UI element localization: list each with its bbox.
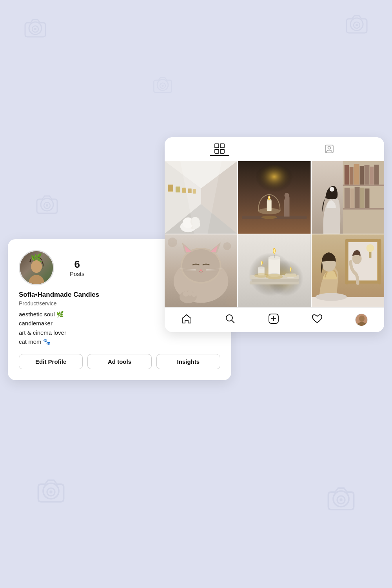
svg-rect-57 <box>349 167 353 185</box>
svg-point-43 <box>251 165 298 204</box>
tab-grid[interactable] <box>210 142 229 156</box>
svg-rect-20 <box>220 144 224 148</box>
svg-point-17 <box>339 498 343 501</box>
svg-rect-64 <box>350 189 354 208</box>
svg-point-18 <box>31 260 42 273</box>
feed-card <box>165 137 384 332</box>
photo-bookshelf[interactable] <box>312 161 384 234</box>
profile-nav-avatar[interactable] <box>355 314 368 326</box>
edit-profile-button[interactable]: Edit Profile <box>19 354 83 369</box>
ad-tools-button[interactable]: Ad tools <box>87 354 151 369</box>
svg-rect-62 <box>374 165 379 185</box>
svg-point-5 <box>356 24 358 26</box>
photo-gallery[interactable] <box>165 161 237 234</box>
svg-rect-55 <box>343 208 384 210</box>
heart-nav-icon[interactable] <box>312 313 323 327</box>
svg-rect-61 <box>370 167 374 185</box>
svg-point-82 <box>168 238 177 247</box>
svg-point-104 <box>285 274 297 278</box>
svg-point-114 <box>366 244 374 252</box>
svg-point-14 <box>49 490 53 494</box>
svg-rect-67 <box>365 189 369 208</box>
tab-tagged[interactable] <box>319 142 339 156</box>
svg-rect-32 <box>168 185 173 191</box>
svg-point-68 <box>329 187 334 192</box>
svg-point-49 <box>269 196 270 199</box>
svg-rect-33 <box>176 187 180 192</box>
svg-point-105 <box>266 274 283 279</box>
svg-rect-58 <box>354 164 359 185</box>
feed-tabs <box>165 137 384 161</box>
svg-rect-115 <box>369 252 371 258</box>
search-nav-icon[interactable] <box>225 313 236 327</box>
avatar: 🌿 <box>19 250 54 285</box>
home-nav-icon[interactable] <box>181 313 192 327</box>
svg-point-8 <box>162 85 163 87</box>
svg-point-100 <box>258 267 265 269</box>
svg-rect-54 <box>343 185 384 186</box>
svg-rect-56 <box>344 165 349 185</box>
svg-rect-63 <box>344 188 350 208</box>
svg-rect-46 <box>267 200 272 211</box>
svg-rect-65 <box>354 187 359 208</box>
svg-rect-21 <box>215 149 219 153</box>
photo-candle-group[interactable] <box>238 234 310 307</box>
posts-count: 6 <box>74 258 80 270</box>
svg-rect-22 <box>220 149 224 153</box>
svg-rect-110 <box>345 239 379 242</box>
insights-button[interactable]: Insights <box>156 354 220 369</box>
svg-point-2 <box>34 28 36 30</box>
svg-rect-112 <box>345 239 348 285</box>
bottom-nav <box>165 307 384 332</box>
svg-point-126 <box>359 316 365 322</box>
posts-label: Posts <box>70 270 85 277</box>
profile-buttons: Edit Profile Ad tools Insights <box>19 354 220 369</box>
svg-point-24 <box>328 147 331 149</box>
svg-point-50 <box>285 193 289 198</box>
stats-block: 6 Posts <box>70 258 85 277</box>
svg-point-11 <box>46 204 48 207</box>
svg-point-88 <box>192 292 196 297</box>
svg-rect-34 <box>182 188 186 193</box>
svg-point-119 <box>316 293 347 301</box>
svg-point-120 <box>226 315 232 321</box>
svg-line-121 <box>232 320 234 323</box>
svg-rect-19 <box>215 144 219 148</box>
svg-rect-95 <box>269 258 280 275</box>
photo-kitten[interactable] <box>165 234 237 307</box>
svg-rect-113 <box>378 239 381 285</box>
plus-nav-icon[interactable] <box>268 313 279 327</box>
svg-point-84 <box>225 296 236 307</box>
photo-candle[interactable] <box>238 161 310 234</box>
photo-mirror[interactable] <box>312 234 384 307</box>
svg-point-51 <box>261 216 277 219</box>
svg-point-83 <box>223 242 231 250</box>
svg-rect-60 <box>364 165 369 185</box>
svg-rect-59 <box>359 166 364 185</box>
photo-grid <box>165 161 384 307</box>
svg-point-72 <box>182 249 220 282</box>
svg-rect-66 <box>360 188 364 208</box>
svg-rect-111 <box>345 281 379 284</box>
